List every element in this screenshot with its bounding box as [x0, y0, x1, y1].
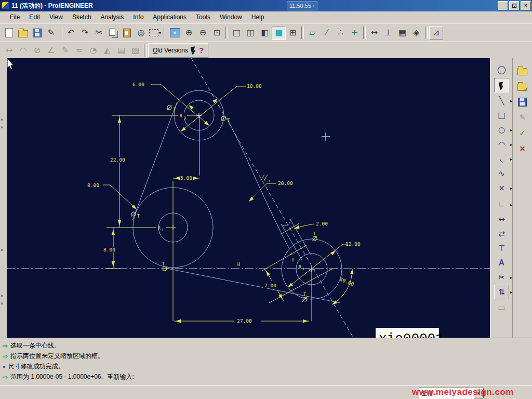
measure-diameter-button[interactable]: ⊘	[30, 43, 44, 57]
fillet-tool-button[interactable]: ◟▸	[494, 152, 509, 166]
zoom-out-button[interactable]: ⊖	[196, 26, 210, 40]
select-tool-button[interactable]	[494, 78, 509, 92]
tangent-line-bottom[interactable]	[165, 268, 340, 303]
open-button[interactable]	[16, 26, 30, 40]
modify-dims-button[interactable]: ⇄	[494, 227, 509, 241]
old-versions-button[interactable]: Old Versions ?	[148, 43, 208, 58]
point-tool-button[interactable]: ×▸	[494, 181, 509, 195]
panel-chevron-icon[interactable]: »	[1, 125, 3, 130]
vertex-display-button[interactable]: ◈	[409, 26, 423, 40]
menu-sketch[interactable]: Sketch	[68, 12, 96, 22]
measure-volume-button[interactable]: ◭	[100, 43, 114, 57]
measure-area-button[interactable]: ◔	[86, 43, 100, 57]
measure-button[interactable]: ⊿	[429, 26, 443, 40]
menu-window[interactable]: Window	[215, 12, 247, 22]
menu-applications[interactable]: Applications	[148, 12, 191, 22]
paste-button[interactable]	[120, 26, 134, 40]
tangent-line-left[interactable]	[132, 102, 177, 220]
cancel-sketch-button[interactable]: ×	[515, 141, 530, 156]
wireframe-button[interactable]: □	[230, 26, 244, 40]
menu-tools[interactable]: Tools	[191, 12, 215, 22]
measure-grid-button[interactable]: ▤	[114, 43, 128, 57]
minimize-button[interactable]: _	[498, 1, 508, 10]
find-button[interactable]: ◎	[134, 26, 148, 40]
save-as-section-button[interactable]	[515, 79, 530, 94]
trim-tool-button[interactable]: ✂▸	[494, 270, 509, 285]
menu-file[interactable]: File	[5, 12, 24, 22]
zoom-fit-button[interactable]: ⊡	[210, 26, 224, 40]
dimension-display-button[interactable]: ↔	[367, 26, 381, 40]
panel-chevron-icon[interactable]: »	[1, 247, 3, 252]
title-bar[interactable]: 11 (活动的) - Pro/ENGINEER 11:50:55 › _ ◱ ×	[0, 0, 532, 11]
model-tree-button[interactable]: ⊞	[286, 26, 300, 40]
text-tool-button[interactable]: A	[494, 256, 509, 270]
menu-help[interactable]: Help	[247, 12, 269, 22]
rectangle-tool-button[interactable]: □	[494, 108, 509, 123]
dim-10[interactable]: 10.00	[247, 83, 262, 89]
dim-8-leader[interactable]: 8.00	[87, 182, 99, 188]
select-box-button[interactable]: ▾	[148, 26, 162, 40]
panel-chevron-icon[interactable]: »	[1, 301, 3, 306]
menu-analysis[interactable]: Analysis	[96, 12, 129, 22]
datum-point-display-button[interactable]: ∴	[334, 26, 348, 40]
slot-line-b[interactable]	[290, 219, 311, 255]
measure-transform-button[interactable]: ▨	[128, 43, 142, 57]
close-button[interactable]: ×	[521, 1, 531, 10]
panel-chevron-icon[interactable]: »	[1, 117, 3, 122]
mirror-tool-button[interactable]: ⇅▸	[494, 285, 509, 299]
constraint-display-button[interactable]: ⊥	[381, 26, 395, 40]
spline-tool-button[interactable]: ∿	[494, 166, 509, 181]
accept-sketch-button[interactable]: ✓	[515, 126, 530, 140]
open-section-button[interactable]	[515, 63, 530, 78]
coord-system-tool-button[interactable]: ∟▸	[494, 197, 509, 212]
measure-distance-button[interactable]: ↔	[2, 43, 16, 57]
sketch-canvas[interactable]: 6.00 10.00 22.00 8.00 5.00 8.00 20.00 2.…	[7, 58, 490, 338]
dim-12[interactable]: 12.00	[345, 241, 361, 247]
done-section-button[interactable]: ▭	[494, 300, 509, 315]
panel-chevron-icon[interactable]: »	[1, 293, 3, 298]
save-button[interactable]	[30, 26, 44, 40]
csys-display-button[interactable]: +	[348, 26, 362, 40]
line-tool-button[interactable]: ╲▸	[494, 94, 509, 108]
dimension-tool-button[interactable]: ↔	[494, 212, 509, 227]
dim-2[interactable]: 2.00	[316, 221, 328, 227]
zoom-in-button[interactable]: ⊕	[182, 26, 196, 40]
shaded-button[interactable]: ■	[272, 26, 286, 40]
dim-20[interactable]: 20.00	[278, 180, 293, 186]
grid-display-button[interactable]: ▦	[395, 26, 409, 40]
print-setup-button[interactable]: ✎	[44, 26, 58, 40]
arc-tool-button[interactable]: ◠▸	[494, 137, 509, 152]
save-section-button[interactable]	[515, 95, 530, 109]
redo-button[interactable]: ↷	[78, 26, 92, 40]
menu-info[interactable]: Info	[128, 12, 148, 22]
left-panel-strip[interactable]: » » » » »	[0, 58, 7, 338]
dim-6[interactable]: 6.00	[132, 82, 144, 87]
hidden-line-button[interactable]: ◫	[244, 26, 258, 40]
dim-8-vertical[interactable]: 8.00	[103, 247, 115, 252]
no-hidden-button[interactable]: ◧	[258, 26, 272, 40]
measure-wave-button[interactable]: ≈	[72, 43, 86, 57]
repaint-button[interactable]: ✦	[168, 26, 182, 40]
new-button[interactable]	[2, 26, 16, 40]
undo-button[interactable]: ↶	[64, 26, 78, 40]
modify-section-button[interactable]: ✎	[515, 110, 530, 125]
cut-button[interactable]: ✂	[92, 26, 106, 40]
measure-curve-button[interactable]: ✎	[58, 43, 72, 57]
slot-cap-arc[interactable]	[281, 219, 290, 226]
menu-edit[interactable]: Edit	[24, 12, 45, 22]
datum-plane-display-button[interactable]: ▱	[305, 26, 320, 40]
dim-5[interactable]: 5.00	[180, 175, 192, 181]
dim-7[interactable]: 7.00	[264, 283, 276, 288]
dim-22[interactable]: 22.00	[110, 157, 125, 163]
measure-arc-button[interactable]: ◠	[16, 43, 30, 57]
menu-view[interactable]: View	[45, 12, 68, 22]
constraints-button[interactable]: ⊤	[494, 241, 509, 256]
restore-button[interactable]: ◱	[509, 1, 520, 10]
datum-axis-display-button[interactable]: ⁄	[320, 26, 334, 40]
dim-60[interactable]: 60.00	[339, 276, 355, 287]
circle-tool-button[interactable]: ○▸	[494, 123, 509, 137]
measure-angle-button[interactable]: ∠	[44, 43, 58, 57]
sketch-orient-button[interactable]: ◯	[494, 62, 509, 77]
dim-27[interactable]: 27.00	[237, 318, 252, 324]
dropdown-arrow-icon[interactable]: ▾	[159, 31, 161, 35]
